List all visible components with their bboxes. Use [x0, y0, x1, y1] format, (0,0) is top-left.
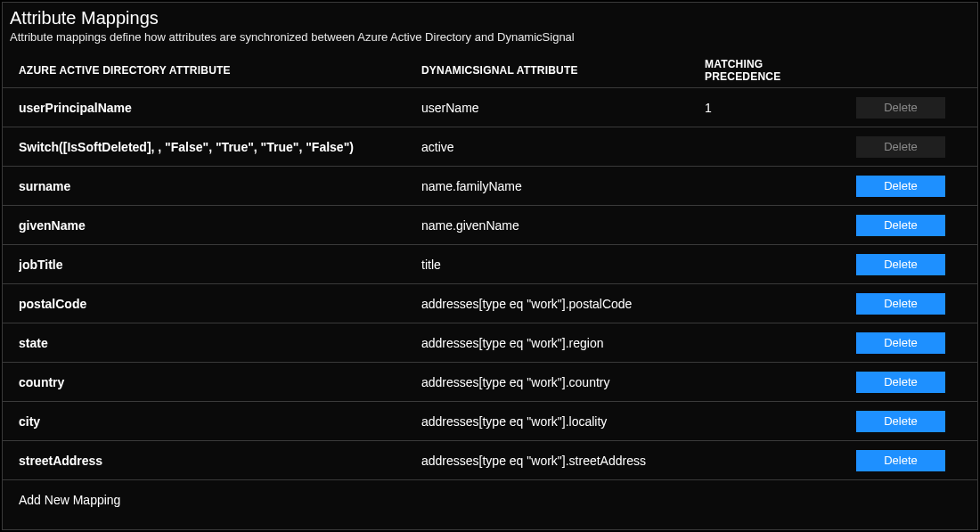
cell-action: Delete [838, 293, 963, 315]
cell-dynamic-attribute: title [421, 258, 705, 272]
cell-action: Delete [838, 136, 963, 158]
delete-button: Delete [856, 136, 945, 158]
cell-action: Delete [838, 215, 963, 236]
table-row[interactable]: postalCodeaddresses[type eq "work"].post… [3, 284, 977, 323]
table-row[interactable]: userPrincipalNameuserName1Delete [3, 88, 977, 127]
cell-action: Delete [838, 450, 963, 471]
cell-dynamic-attribute: addresses[type eq "work"].streetAddress [421, 454, 705, 468]
table-row[interactable]: surnamename.familyNameDelete [3, 167, 977, 206]
cell-action: Delete [838, 411, 963, 432]
table-row[interactable]: jobTitletitleDelete [3, 245, 977, 284]
cell-action: Delete [838, 332, 963, 354]
delete-button[interactable]: Delete [856, 176, 945, 197]
table-row[interactable]: stateaddresses[type eq "work"].regionDel… [3, 323, 977, 363]
cell-azure-attribute: country [19, 375, 421, 389]
add-new-mapping-link[interactable]: Add New Mapping [19, 493, 120, 507]
page-subtitle: Attribute mappings define how attributes… [10, 30, 970, 44]
delete-button[interactable]: Delete [856, 372, 945, 393]
attribute-mappings-panel: Attribute Mappings Attribute mappings de… [2, 2, 978, 530]
panel-header: Attribute Mappings Attribute mappings de… [3, 3, 977, 53]
cell-azure-attribute: state [19, 336, 421, 350]
cell-azure-attribute: jobTitle [19, 258, 421, 272]
delete-button[interactable]: Delete [856, 411, 945, 432]
cell-dynamic-attribute: userName [421, 101, 705, 115]
cell-dynamic-attribute: addresses[type eq "work"].postalCode [421, 297, 705, 311]
delete-button: Delete [856, 97, 945, 119]
cell-action: Delete [838, 254, 963, 275]
cell-dynamic-attribute: addresses[type eq "work"].region [421, 336, 705, 350]
page-title: Attribute Mappings [10, 8, 970, 29]
cell-azure-attribute: givenName [19, 218, 421, 233]
table-footer-row: Add New Mapping [3, 480, 977, 520]
delete-button[interactable]: Delete [856, 215, 945, 236]
col-header-dynamic: DYNAMICSIGNAL ATTRIBUTE [421, 64, 705, 77]
col-header-azure: AZURE ACTIVE DIRECTORY ATTRIBUTE [19, 64, 421, 77]
cell-dynamic-attribute: active [421, 140, 705, 154]
cell-dynamic-attribute: addresses[type eq "work"].country [421, 375, 705, 389]
delete-button[interactable]: Delete [856, 450, 945, 471]
table-row[interactable]: streetAddressaddresses[type eq "work"].s… [3, 441, 977, 480]
cell-azure-attribute: postalCode [19, 297, 421, 311]
delete-button[interactable]: Delete [856, 332, 945, 354]
cell-azure-attribute: userPrincipalName [19, 101, 421, 115]
cell-azure-attribute: city [19, 414, 421, 429]
table-row[interactable]: givenNamename.givenNameDelete [3, 206, 977, 245]
table-body: userPrincipalNameuserName1DeleteSwitch([… [3, 88, 977, 480]
delete-button[interactable]: Delete [856, 293, 945, 315]
cell-azure-attribute: Switch([IsSoftDeleted], , "False", "True… [19, 140, 421, 154]
table-row[interactable]: Switch([IsSoftDeleted], , "False", "True… [3, 127, 977, 167]
cell-action: Delete [838, 97, 963, 119]
cell-action: Delete [838, 372, 963, 393]
cell-dynamic-attribute: name.familyName [421, 179, 705, 193]
cell-azure-attribute: surname [19, 179, 421, 193]
cell-azure-attribute: streetAddress [19, 454, 421, 468]
table-row[interactable]: countryaddresses[type eq "work"].country… [3, 363, 977, 402]
table-header-row: AZURE ACTIVE DIRECTORY ATTRIBUTE DYNAMIC… [3, 53, 977, 88]
col-header-matching: MATCHING PRECEDENCE [705, 58, 838, 83]
mappings-table: AZURE ACTIVE DIRECTORY ATTRIBUTE DYNAMIC… [3, 53, 977, 520]
cell-action: Delete [838, 176, 963, 197]
delete-button[interactable]: Delete [856, 254, 945, 275]
cell-matching-precedence: 1 [705, 101, 838, 115]
table-row[interactable]: cityaddresses[type eq "work"].localityDe… [3, 402, 977, 441]
cell-dynamic-attribute: addresses[type eq "work"].locality [421, 414, 705, 429]
cell-dynamic-attribute: name.givenName [421, 218, 705, 233]
